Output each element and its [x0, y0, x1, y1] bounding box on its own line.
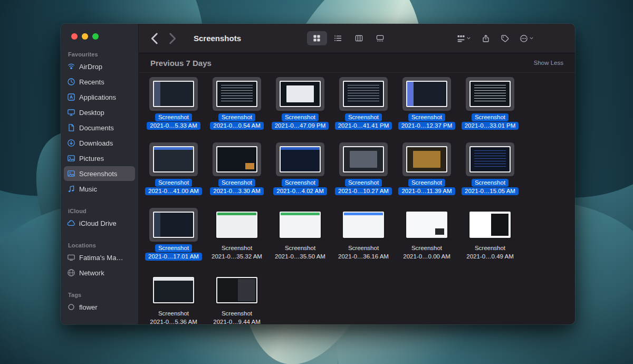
applications-icon	[67, 93, 75, 101]
file-item[interactable]: Screenshot2021-0…41.41 PM	[332, 77, 395, 142]
file-thumbnail[interactable]	[149, 142, 198, 176]
file-thumbnail[interactable]	[466, 142, 514, 176]
sidebar-item-label: Pictures	[79, 155, 104, 162]
file-name: Screenshot2021-0…33.01 PM	[462, 113, 519, 130]
sidebar-item-music[interactable]: Music	[64, 181, 135, 196]
file-item[interactable]: Screenshot2021-0…4.02 AM	[268, 142, 332, 208]
sidebar-item-documents[interactable]: Documents	[64, 120, 135, 135]
file-thumbnail[interactable]	[402, 77, 451, 111]
search-button[interactable]	[563, 32, 565, 45]
icon-view-button[interactable]	[307, 31, 327, 45]
file-thumbnail[interactable]	[339, 77, 388, 111]
column-view-button[interactable]	[349, 31, 369, 45]
sidebar-item-label: flower	[79, 303, 98, 311]
file-name: Screenshot2021-0…5.36 AM	[147, 310, 200, 324]
file-item[interactable]: Screenshot2021-0…10.27 AM	[332, 142, 395, 208]
desktop-icon	[67, 108, 75, 117]
file-item[interactable]: Screenshot2021-0…3.30 AM	[205, 142, 268, 208]
file-item[interactable]: Screenshot2021-0…33.01 PM	[458, 77, 522, 142]
sidebar-item-icloud-drive[interactable]: iCloud Drive	[64, 216, 135, 231]
sidebar-item-label: Screenshots	[79, 170, 117, 178]
file-item[interactable]: Screenshot2021-0…15.05 AM	[458, 142, 522, 208]
list-view-button[interactable]	[328, 31, 348, 45]
sidebar-item-recents[interactable]: Recents	[64, 74, 135, 89]
share-icon	[482, 34, 490, 43]
music-icon	[67, 185, 75, 193]
file-thumbnail[interactable]	[276, 208, 324, 242]
file-item[interactable]: Screenshot2021-0…12.37 PM	[395, 77, 458, 142]
file-item[interactable]: Screenshot2021-0…5.36 AM	[142, 273, 205, 324]
more-button[interactable]	[519, 32, 535, 45]
sidebar-section-label: Favourites	[68, 51, 133, 58]
file-item[interactable]: Screenshot2021-0…35.50 AM	[268, 208, 332, 273]
sidebar-item-label: Network	[79, 269, 104, 277]
file-item[interactable]: Screenshot2021-0…41.00 AM	[142, 142, 205, 208]
back-button[interactable]	[148, 32, 162, 45]
file-item[interactable]: Screenshot2021-0…36.16 AM	[332, 208, 395, 273]
sidebar-item-applications[interactable]: Applications	[64, 90, 135, 104]
list-view-icon	[334, 34, 342, 42]
file-item[interactable]: Screenshot2021-0…47.09 PM	[268, 77, 332, 142]
file-item[interactable]: Screenshot2021-0…17.01 AM	[142, 208, 205, 273]
file-item[interactable]: Screenshot2021-0…9.44 AM	[205, 273, 268, 324]
file-thumbnail[interactable]	[466, 208, 514, 242]
file-thumbnail[interactable]	[213, 77, 261, 111]
sidebar-section-label: iCloud	[68, 208, 133, 214]
file-thumbnail[interactable]	[339, 142, 388, 176]
sidebar-section-label: Locations	[68, 242, 133, 248]
sidebar-item-downloads[interactable]: Downloads	[64, 136, 135, 150]
sidebar-item-screenshots[interactable]: Screenshots	[64, 166, 135, 181]
file-thumbnail[interactable]	[339, 208, 388, 242]
sidebar-item-label: Fatima's Ma…	[79, 254, 123, 262]
close-button[interactable]	[71, 33, 78, 40]
toolbar: Screenshots	[139, 24, 575, 53]
file-thumbnail[interactable]	[276, 142, 324, 176]
sidebar-item-fatimas-mac[interactable]: Fatima's Ma…	[64, 250, 135, 265]
file-thumbnail[interactable]	[149, 273, 198, 307]
file-item[interactable]: Screenshot2021-0…0.54 AM	[205, 77, 268, 142]
file-thumbnail[interactable]	[402, 142, 451, 176]
file-thumbnail[interactable]	[149, 208, 198, 242]
file-item[interactable]: Screenshot2021-0…0.00 AM	[395, 208, 458, 273]
file-thumbnail[interactable]	[466, 77, 514, 111]
file-item[interactable]: Screenshot2021-0…5.33 AM	[142, 77, 205, 142]
file-thumbnail[interactable]	[402, 208, 451, 242]
minimize-button[interactable]	[82, 33, 88, 40]
show-less-button[interactable]: Show Less	[534, 60, 563, 66]
zoom-button[interactable]	[92, 33, 99, 40]
tags-button[interactable]	[500, 32, 510, 45]
file-name: Screenshot2021-0…36.16 AM	[335, 244, 392, 261]
sidebar-item-desktop[interactable]: Desktop	[64, 105, 135, 120]
chevron-down-icon	[529, 36, 534, 41]
sidebar-item-pictures[interactable]: Pictures	[64, 151, 135, 166]
file-name: Screenshot2021-0…17.01 AM	[145, 244, 202, 261]
file-thumbnail[interactable]	[213, 273, 261, 307]
file-item[interactable]: Screenshot2021-0…35.32 AM	[205, 208, 268, 273]
sidebar-item-tag-flower[interactable]: flower	[64, 300, 135, 314]
group-icon	[457, 34, 465, 43]
tag-icon	[501, 34, 509, 43]
sidebar-item-label: Music	[79, 185, 97, 193]
file-item[interactable]: Screenshot2021-0…11.39 AM	[395, 142, 458, 208]
file-thumbnail[interactable]	[213, 142, 261, 176]
display-icon	[67, 253, 75, 262]
file-name: Screenshot2021-0…41.00 AM	[145, 179, 202, 195]
group-button[interactable]	[456, 32, 472, 45]
file-item[interactable]: Screenshot2021-0…0.49 AM	[458, 208, 522, 273]
share-button[interactable]	[481, 32, 491, 45]
main-area: Screenshots Previous 7 Days Show Less Sc…	[139, 24, 575, 324]
download-icon	[67, 139, 75, 147]
gallery-view-button[interactable]	[370, 31, 390, 45]
file-thumbnail[interactable]	[149, 77, 198, 111]
forward-button[interactable]	[165, 32, 179, 45]
sidebar-item-airdrop[interactable]: AirDrop	[64, 59, 135, 74]
finder-window: FavouritesAirDropRecentsApplicationsDesk…	[61, 24, 575, 324]
view-switcher	[307, 31, 390, 45]
file-thumbnail[interactable]	[213, 208, 261, 242]
file-thumbnail[interactable]	[276, 77, 324, 111]
sidebar-item-label: Applications	[79, 93, 116, 101]
sidebar-item-label: iCloud Drive	[79, 219, 117, 227]
sidebar-item-label: Downloads	[79, 139, 113, 147]
airdrop-icon	[67, 62, 75, 71]
sidebar-item-network[interactable]: Network	[64, 265, 135, 280]
